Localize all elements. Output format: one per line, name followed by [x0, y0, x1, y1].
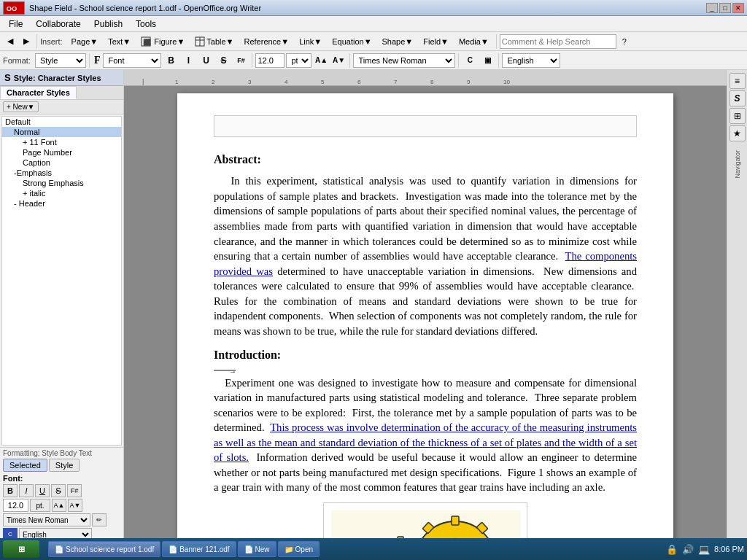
taskbar-open-icon: 📁 [285, 545, 293, 553]
style-dropdown[interactable]: Style [35, 53, 86, 68]
equation-btn[interactable]: Equation▼ [328, 34, 376, 50]
shape-btn[interactable]: Shape▼ [378, 34, 418, 50]
size-down-button[interactable]: A▼ [330, 53, 347, 68]
size-down-btn[interactable]: A▼ [68, 499, 82, 512]
taskbar-open[interactable]: 📁 Open [278, 541, 320, 557]
cf-special-button[interactable]: F# [67, 484, 82, 497]
doc-scroll[interactable]: Abstract: In this experiment, statistica… [124, 86, 727, 542]
new-style-button[interactable]: + New▼ [3, 101, 39, 112]
figure-btn[interactable]: ⬛Figure▼ [136, 34, 189, 50]
formatting-header: Formatting: Style Body Text [3, 449, 120, 457]
style-item-11font[interactable]: + 11 Font [2, 137, 121, 147]
strikethrough-button[interactable]: S [215, 53, 231, 68]
selected-style-buttons: Selected Style [3, 459, 120, 472]
color-btn[interactable]: C [462, 53, 478, 68]
special1-button[interactable]: F# [233, 53, 249, 68]
underline-button[interactable]: U [198, 53, 214, 68]
sidebar-grid-btn[interactable]: ⊞ [729, 108, 746, 124]
field-btn[interactable]: Field▼ [419, 34, 453, 50]
format-label: Format: [3, 56, 31, 65]
help-btn[interactable]: ? [618, 34, 631, 50]
media-btn[interactable]: Media▼ [454, 34, 493, 50]
svg-rect-10 [452, 516, 459, 525]
ruler-mark-7: 6 [357, 79, 360, 85]
font-icon: F [94, 55, 101, 66]
back-button[interactable]: ◀ [3, 34, 18, 50]
style-item-header[interactable]: - Header [2, 198, 121, 209]
size-pt-label: pt. [30, 499, 50, 512]
intro-paragraph: Experiment one was designed to investiga… [214, 376, 637, 495]
sidebar-toggle1[interactable]: ≡ [729, 73, 746, 89]
bold-button[interactable]: B [163, 53, 179, 68]
taskbar-new[interactable]: 📄 New [238, 541, 276, 557]
language-dropdown[interactable]: English [502, 53, 560, 68]
start-button[interactable]: ⊞ [3, 540, 39, 558]
sep7 [498, 53, 499, 68]
style-item-strongemphasis[interactable]: Strong Emphasis [2, 178, 121, 188]
taskbar-doc-icon: 📄 [55, 545, 63, 553]
taskbar-banner-icon: 📄 [169, 545, 177, 553]
size-up-btn[interactable]: A▲ [52, 499, 66, 512]
font-settings-button[interactable]: ✏ [92, 513, 107, 526]
size-input[interactable] [3, 499, 28, 512]
style-item-pagenumber[interactable]: Page Number [2, 147, 121, 158]
selected-button[interactable]: Selected [3, 459, 47, 472]
font-size-input[interactable] [255, 53, 285, 68]
help-search[interactable] [500, 34, 616, 49]
ruler-mark-1: | [142, 78, 144, 85]
font-name-select[interactable]: Times New Roman [3, 513, 90, 526]
menubar: File Collaborate Publish Tools [0, 16, 747, 32]
italic-button[interactable]: I [180, 53, 196, 68]
menu-file[interactable]: File [3, 18, 28, 31]
figure-box: Figure 1 - Gear train with 3 gears [323, 502, 527, 542]
intro-link[interactable]: This process was involve determination o… [214, 421, 637, 463]
style-item-normal[interactable]: Normal [2, 127, 121, 137]
text-btn[interactable]: Text▼ [104, 34, 135, 50]
style-item-italic[interactable]: + italic [2, 188, 121, 198]
ruler-mark-9: 8 [430, 79, 433, 85]
style-item-emphasis[interactable]: -Emphasis [2, 168, 121, 178]
minimize-button[interactable]: _ [706, 3, 718, 13]
main-area: S Style: Character Styles Character Styl… [0, 70, 747, 542]
link-btn[interactable]: Link▼ [295, 34, 326, 50]
sidebar-toggle2[interactable]: S [729, 90, 746, 106]
size-up-button[interactable]: A▲ [313, 53, 329, 68]
ruler-mark-6: 5 [321, 79, 324, 85]
speaker-icon: 🔊 [682, 544, 694, 555]
font-family-dropdown[interactable]: Font [103, 53, 161, 68]
menu-collaborate[interactable]: Collaborate [30, 18, 86, 31]
abstract-link[interactable]: The components provided was [214, 250, 637, 277]
cf-italic-button[interactable]: I [19, 484, 34, 497]
font-name-dropdown[interactable]: Times New Roman [353, 53, 455, 68]
cf-underline-button[interactable]: U [35, 484, 50, 497]
tab-character-styles[interactable]: Character Styles [0, 86, 77, 99]
title-field[interactable] [214, 115, 637, 137]
window-controls: _ □ ✕ [706, 3, 744, 13]
taskbar-school-report[interactable]: 📄 School science report 1.odf [48, 541, 160, 557]
sidebar-star-btn[interactable]: ★ [729, 125, 746, 141]
ruler-mark-5: 4 [285, 79, 287, 85]
page-btn[interactable]: Page▼ [67, 34, 103, 50]
style-item-default[interactable]: Default [2, 117, 121, 127]
intro-arrow-text: → [214, 370, 637, 371]
taskbar-banner[interactable]: 📄 Banner 121.odf [162, 541, 236, 557]
menu-publish[interactable]: Publish [88, 18, 128, 31]
abstract-paragraph: In this experiment, statistical analysis… [214, 174, 637, 338]
sep3 [89, 53, 90, 68]
maximize-button[interactable]: □ [719, 3, 731, 13]
taskbar-right: 🔒 🔊 💻 8:06 PM [666, 544, 744, 555]
ruler-mark-11: 10 [503, 79, 510, 85]
table-btn[interactable]: Table▼ [190, 34, 238, 50]
size-unit-dropdown[interactable]: pt. [286, 53, 311, 68]
cf-bold-button[interactable]: B [3, 484, 18, 497]
svg-text:OO: OO [7, 4, 18, 12]
menu-tools[interactable]: Tools [130, 18, 162, 31]
style-button[interactable]: Style [49, 459, 80, 472]
forward-button[interactable]: ▶ [19, 34, 34, 50]
style-item-caption[interactable]: Caption [2, 158, 121, 168]
cf-strikethrough-button[interactable]: S [51, 484, 66, 497]
computer-icon: 💻 [698, 544, 710, 555]
highlight-btn[interactable]: ▣ [479, 53, 495, 68]
close-button[interactable]: ✕ [732, 3, 744, 13]
reference-btn[interactable]: Reference▼ [239, 34, 293, 50]
